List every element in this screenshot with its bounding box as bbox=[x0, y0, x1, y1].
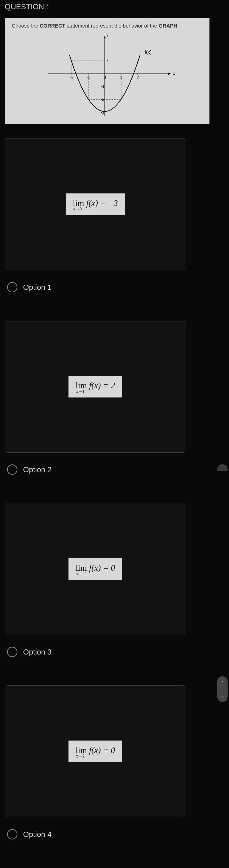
lim-text: lim bbox=[75, 745, 87, 755]
expr-text: f(x) = −3 bbox=[86, 198, 118, 208]
tick-label: 1 bbox=[107, 59, 109, 64]
option-label: Option 1 bbox=[23, 283, 52, 292]
radio-option-4[interactable] bbox=[7, 829, 18, 839]
instruction-text: . bbox=[177, 23, 178, 29]
tick-label: -1 bbox=[101, 84, 104, 89]
chevron-down-icon[interactable]: ⌄ bbox=[221, 693, 225, 699]
radio-option-2[interactable] bbox=[7, 464, 18, 475]
expr-text: f(x) = 0 bbox=[89, 563, 115, 572]
instruction-text: Choose the bbox=[12, 23, 40, 29]
lim-text: lim bbox=[75, 381, 87, 390]
tick-label: -2 bbox=[70, 75, 74, 80]
tick-label: 2 bbox=[136, 75, 139, 80]
radio-option-1[interactable] bbox=[7, 282, 18, 292]
option-card-4: lim f(x) = 0 x→2 bbox=[5, 685, 186, 817]
instruction-bold: GRAPH bbox=[159, 23, 177, 29]
scroll-indicator[interactable] bbox=[217, 464, 228, 471]
graph-panel: Choose the CORRECT statement represent t… bbox=[5, 18, 209, 124]
lim-text: lim bbox=[75, 563, 87, 572]
option-label: Option 3 bbox=[23, 648, 52, 656]
question-header: QUESTION * bbox=[5, 0, 209, 18]
axis-label-x: x bbox=[173, 71, 175, 76]
option-row-3[interactable]: Option 3 bbox=[5, 635, 209, 671]
lim-text: lim bbox=[73, 198, 84, 208]
question-label: QUESTION bbox=[5, 2, 44, 11]
math-expression: lim f(x) = 0 x→2 bbox=[68, 741, 122, 762]
graph-instruction: Choose the CORRECT statement represent t… bbox=[12, 23, 202, 29]
instruction-text: statement represent the behavior of the bbox=[65, 23, 158, 29]
option-card-2: lim f(x) = 2 x→1 bbox=[5, 321, 186, 453]
instruction-bold: CORRECT bbox=[40, 23, 65, 29]
curve-label: f(x) bbox=[145, 50, 152, 55]
math-expression: lim f(x) = −3 x→0 bbox=[66, 193, 125, 215]
required-asterisk: * bbox=[46, 2, 49, 11]
option-card-1: lim f(x) = −3 x→0 bbox=[5, 138, 186, 270]
function-graph: y x -2 -1 0 1 2 1 -1 -2 bbox=[34, 31, 180, 119]
math-expression: lim f(x) = 2 x→1 bbox=[68, 376, 122, 398]
tick-label: -2 bbox=[101, 97, 104, 102]
expr-text: f(x) = 2 bbox=[89, 381, 115, 390]
expr-text: f(x) = 0 bbox=[89, 745, 115, 755]
chevron-up-icon[interactable]: ⌃ bbox=[221, 680, 225, 686]
tick-label: 0 bbox=[104, 75, 106, 80]
option-label: Option 4 bbox=[23, 830, 52, 839]
math-expression: lim f(x) = 0 x→−1 bbox=[68, 558, 122, 580]
svg-marker-3 bbox=[104, 36, 106, 38]
radio-option-3[interactable] bbox=[7, 647, 18, 657]
option-row-1[interactable]: Option 1 bbox=[5, 270, 209, 307]
option-row-2[interactable]: Option 2 bbox=[5, 453, 209, 489]
page-nav-pill[interactable]: ⌃ ⌄ bbox=[217, 676, 228, 702]
option-row-4[interactable]: Option 4 bbox=[5, 817, 209, 854]
axis-label-y: y bbox=[106, 32, 108, 37]
svg-marker-1 bbox=[168, 72, 171, 75]
option-label: Option 2 bbox=[23, 465, 52, 474]
option-card-3: lim f(x) = 0 x→−1 bbox=[5, 503, 186, 635]
